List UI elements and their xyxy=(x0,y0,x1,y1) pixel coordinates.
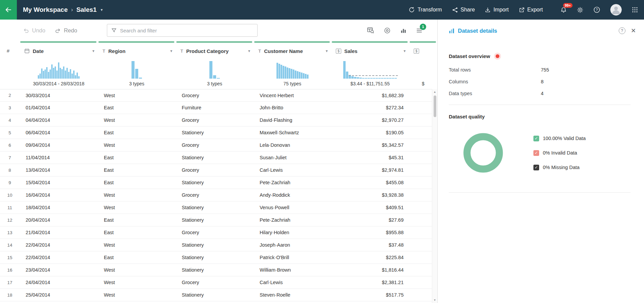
table-cell[interactable]: Patrick·O'Brill xyxy=(254,251,331,264)
table-row[interactable]: 1220/04/2014EastStationeryPete·Zachriah$… xyxy=(0,214,437,226)
table-cell[interactable]: 01/04/2014 xyxy=(20,102,98,114)
table-row[interactable]: 1522/04/2014EastStationeryPatrick·O'Bril… xyxy=(0,251,437,264)
table-cell[interactable]: $45.31 xyxy=(331,152,409,164)
table-cell[interactable]: East xyxy=(98,102,176,114)
table-cell[interactable]: Grocery xyxy=(176,226,254,239)
column-histogram-date[interactable]: 30/03/2014 - 28/03/2018 xyxy=(20,58,98,89)
table-cell[interactable]: Pete·Zachriah xyxy=(254,214,331,226)
table-row[interactable]: 1118/04/2014WestStationeryVenus·Powell$4… xyxy=(0,201,437,214)
table-cell[interactable]: Andy·Roddick xyxy=(254,189,331,201)
panel-close-icon[interactable]: ✕ xyxy=(631,27,636,34)
table-cell[interactable]: $2,381.21 xyxy=(331,276,409,288)
table-cell[interactable]: Stationery xyxy=(176,152,254,164)
table-cell[interactable]: Grocery xyxy=(176,89,254,101)
table-cell[interactable]: 04/04/2014 xyxy=(20,114,98,126)
table-cell[interactable]: $225.84 xyxy=(331,251,409,264)
column-header-product-category[interactable]: TProduct Category▾ xyxy=(176,41,254,58)
user-avatar[interactable] xyxy=(610,4,622,16)
table-cell[interactable]: $517.75 xyxy=(331,289,409,301)
export-button[interactable]: Export xyxy=(519,7,543,13)
table-row[interactable]: 1321/04/2014EastGroceryHilary·Holden$955… xyxy=(0,226,437,239)
column-filter-caret-icon[interactable]: ▾ xyxy=(404,49,406,53)
table-cell[interactable]: East xyxy=(98,152,176,164)
table-cell[interactable]: Grocery xyxy=(176,114,254,126)
table-cell[interactable]: East xyxy=(98,176,176,189)
share-button[interactable]: Share xyxy=(452,7,475,13)
column-filter-caret-icon[interactable]: ▾ xyxy=(326,49,328,53)
table-cell[interactable]: Susan·Juliet xyxy=(254,152,331,164)
table-cell[interactable]: 22/04/2014 xyxy=(20,251,98,264)
table-row[interactable]: 404/04/2014WestGroceryDavid·Flashing$2,9… xyxy=(0,114,437,127)
scroll-down-icon[interactable]: ▼ xyxy=(434,297,436,303)
table-cell[interactable]: $1,816.44 xyxy=(331,264,409,276)
table-row[interactable]: 230/03/2014WestGroceryVincent·Herbert$1,… xyxy=(0,89,437,102)
table-row[interactable]: 506/04/2014EastStationeryMaxwell·Schwart… xyxy=(0,127,437,139)
table-cell[interactable]: David·Flashing xyxy=(254,114,331,126)
table-cell[interactable]: $2,974.81 xyxy=(331,164,409,176)
column-filter-caret-icon[interactable]: ▾ xyxy=(170,49,172,53)
column-header-partial[interactable]: $ xyxy=(409,41,437,58)
panel-help-icon[interactable]: ? xyxy=(619,27,625,34)
table-row[interactable]: 711/04/2014EastStationerySusan·Juliet$45… xyxy=(0,152,437,164)
table-cell[interactable]: Grocery xyxy=(176,276,254,288)
table-cell[interactable]: Stationery xyxy=(176,201,254,214)
panel-title[interactable]: Dataset details xyxy=(449,28,497,34)
table-cell[interactable]: 13/04/2014 xyxy=(20,164,98,176)
column-histogram-product-category[interactable]: 3 types xyxy=(176,58,254,89)
profile-target-button[interactable] xyxy=(384,27,391,34)
table-row[interactable]: 1724/04/2014WestGroceryCarl·Lewis$2,381.… xyxy=(0,276,437,289)
table-cell[interactable]: Joseph·Aaron xyxy=(254,239,331,251)
column-histogram-sales[interactable]: $3.44 - $11,751.55 xyxy=(331,58,409,89)
table-cell[interactable]: West xyxy=(98,114,176,126)
workspace-name[interactable]: My Workspace xyxy=(23,6,68,13)
table-cell[interactable]: West xyxy=(98,89,176,101)
table-cell[interactable]: Carl·Lewis xyxy=(254,164,331,176)
table-cell[interactable]: 21/04/2014 xyxy=(20,226,98,239)
checkbox-icon[interactable]: ✓ xyxy=(533,136,539,141)
checkbox-icon[interactable]: ✓ xyxy=(533,165,539,170)
table-cell[interactable]: $455.08 xyxy=(331,176,409,189)
table-cell[interactable]: West xyxy=(98,276,176,288)
table-vertical-scrollbar[interactable]: ▲ ▼ xyxy=(432,89,437,303)
table-cell[interactable]: 09/04/2014 xyxy=(20,139,98,151)
column-filter-caret-icon[interactable]: ▾ xyxy=(92,49,94,53)
dataset-menu-caret-icon[interactable]: ▾ xyxy=(101,7,103,12)
scrollbar-thumb[interactable] xyxy=(434,95,436,117)
table-row[interactable]: 1825/04/2014WestStationerySteven·Roelle$… xyxy=(0,289,437,301)
pipeline-steps-button[interactable]: 1 xyxy=(416,27,422,34)
table-cell[interactable]: Stationery xyxy=(176,289,254,301)
table-cell[interactable]: 06/04/2014 xyxy=(20,127,98,139)
table-cell[interactable]: East xyxy=(98,127,176,139)
table-cell[interactable]: 20/04/2014 xyxy=(20,214,98,226)
table-cell[interactable]: Maxwell·Schwartz xyxy=(254,127,331,139)
help-button[interactable]: ? xyxy=(593,6,600,13)
column-header-sales[interactable]: $Sales▾ xyxy=(331,41,409,58)
table-cell[interactable]: West xyxy=(98,201,176,214)
table-cell[interactable]: Stationery xyxy=(176,214,254,226)
table-cell[interactable]: Pete·Zachriah xyxy=(254,176,331,189)
table-row[interactable]: 609/04/2014WestGroceryLela·Donovan$5,342… xyxy=(0,139,437,152)
table-cell[interactable]: 30/03/2014 xyxy=(20,89,98,101)
table-cell[interactable]: Vincent·Herbert xyxy=(254,89,331,101)
table-row[interactable]: 813/04/2014EastGroceryCarl·Lewis$2,974.8… xyxy=(0,164,437,176)
table-cell[interactable]: $5,342.57 xyxy=(331,139,409,151)
table-cell[interactable]: East xyxy=(98,164,176,176)
table-cell[interactable]: 16/04/2014 xyxy=(20,189,98,201)
table-cell[interactable]: Furniture xyxy=(176,102,254,114)
table-cell[interactable]: Grocery xyxy=(176,139,254,151)
undo-button[interactable]: Undo xyxy=(23,27,45,34)
table-row[interactable]: 915/04/2014EastStationeryPete·Zachriah$4… xyxy=(0,176,437,189)
table-cell[interactable]: West xyxy=(98,189,176,201)
table-cell[interactable]: Stationery xyxy=(176,251,254,264)
table-cell[interactable]: 22/04/2014 xyxy=(20,239,98,251)
table-cell[interactable]: West xyxy=(98,239,176,251)
table-cell[interactable]: Grocery xyxy=(176,164,254,176)
back-button[interactable] xyxy=(0,0,17,20)
table-cell[interactable]: William·Brown xyxy=(254,264,331,276)
data-preview-button[interactable] xyxy=(367,27,374,34)
apps-grid-button[interactable] xyxy=(632,7,638,13)
column-histogram-customer-name[interactable]: 75 types xyxy=(254,58,331,89)
table-cell[interactable]: $37.48 xyxy=(331,239,409,251)
table-cell[interactable]: $2,970.27 xyxy=(331,114,409,126)
column-filter-caret-icon[interactable]: ▾ xyxy=(248,49,250,53)
